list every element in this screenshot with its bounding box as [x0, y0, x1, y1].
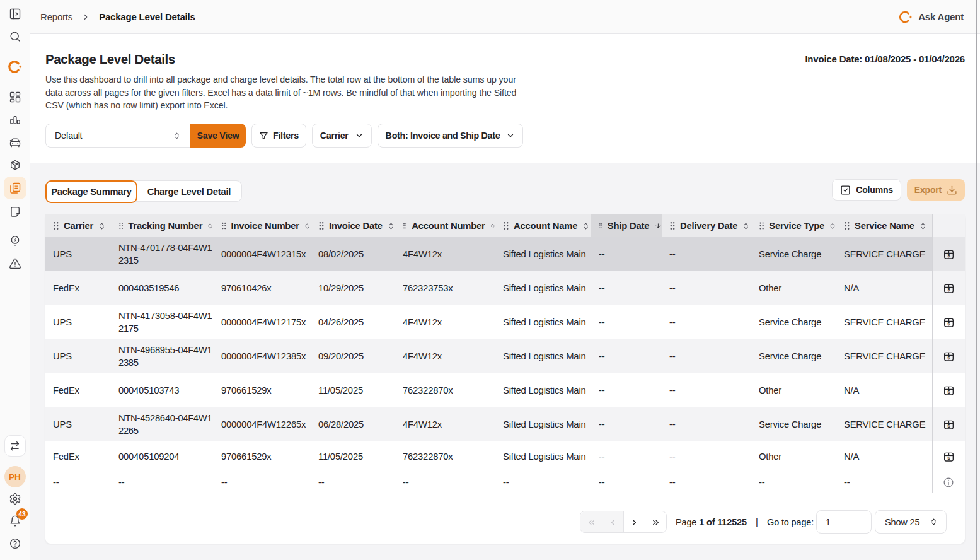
svg-text:$: $	[947, 423, 950, 428]
svg-text:$: $	[947, 252, 950, 258]
svg-text:$: $	[947, 388, 950, 394]
svg-text:$: $	[947, 286, 950, 292]
svg-text:$: $	[947, 455, 950, 460]
svg-text:$: $	[947, 320, 950, 326]
svg-text:$: $	[947, 354, 950, 360]
